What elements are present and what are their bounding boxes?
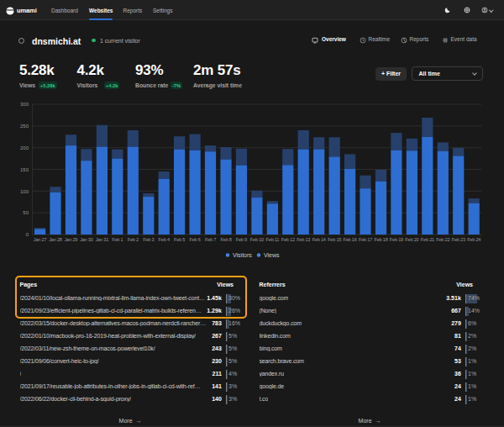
svg-text:Feb 7: Feb 7 <box>205 237 216 242</box>
svg-text:Jan 27: Jan 27 <box>34 237 47 242</box>
svg-text:Feb 6: Feb 6 <box>189 237 200 242</box>
svg-text:Feb 5: Feb 5 <box>174 237 185 242</box>
svg-text:Feb 17: Feb 17 <box>359 237 372 242</box>
svg-text:Feb 14: Feb 14 <box>312 237 326 242</box>
svg-text:150: 150 <box>20 167 29 172</box>
svg-text:Feb 16: Feb 16 <box>344 237 357 242</box>
svg-text:Feb 11: Feb 11 <box>266 237 280 242</box>
svg-text:Feb 9: Feb 9 <box>236 237 247 242</box>
svg-text:250: 250 <box>20 124 29 129</box>
svg-text:Feb 2: Feb 2 <box>128 237 139 242</box>
svg-text:50: 50 <box>23 210 29 215</box>
svg-text:200: 200 <box>20 145 29 150</box>
svg-text:Jan 31: Jan 31 <box>96 237 109 242</box>
svg-text:Feb 10: Feb 10 <box>250 237 264 242</box>
svg-text:Feb 1: Feb 1 <box>112 237 123 242</box>
svg-text:Feb 13: Feb 13 <box>297 237 310 242</box>
svg-text:Feb 20: Feb 20 <box>405 237 418 242</box>
svg-text:Feb 21: Feb 21 <box>421 237 434 242</box>
svg-text:Jan 30: Jan 30 <box>80 237 93 242</box>
svg-text:0: 0 <box>26 232 29 237</box>
svg-text:Feb 4: Feb 4 <box>159 237 170 242</box>
svg-text:Feb 19: Feb 19 <box>390 237 403 242</box>
svg-text:Feb 12: Feb 12 <box>281 237 295 242</box>
svg-text:300: 300 <box>20 102 29 107</box>
svg-text:Feb 3: Feb 3 <box>143 237 154 242</box>
svg-text:Feb 8: Feb 8 <box>220 237 231 242</box>
svg-text:Feb 15: Feb 15 <box>328 237 341 242</box>
svg-text:100: 100 <box>20 189 29 194</box>
svg-text:Feb 22: Feb 22 <box>436 237 449 242</box>
svg-text:Jan 29: Jan 29 <box>65 237 78 242</box>
svg-text:Visitors: Visitors <box>233 252 252 258</box>
svg-text:Feb 18: Feb 18 <box>374 237 387 242</box>
svg-text:Feb 24: Feb 24 <box>467 237 480 242</box>
svg-text:Views: Views <box>264 252 280 258</box>
svg-text:Feb 23: Feb 23 <box>452 237 465 242</box>
svg-text:Jan 28: Jan 28 <box>49 237 62 242</box>
